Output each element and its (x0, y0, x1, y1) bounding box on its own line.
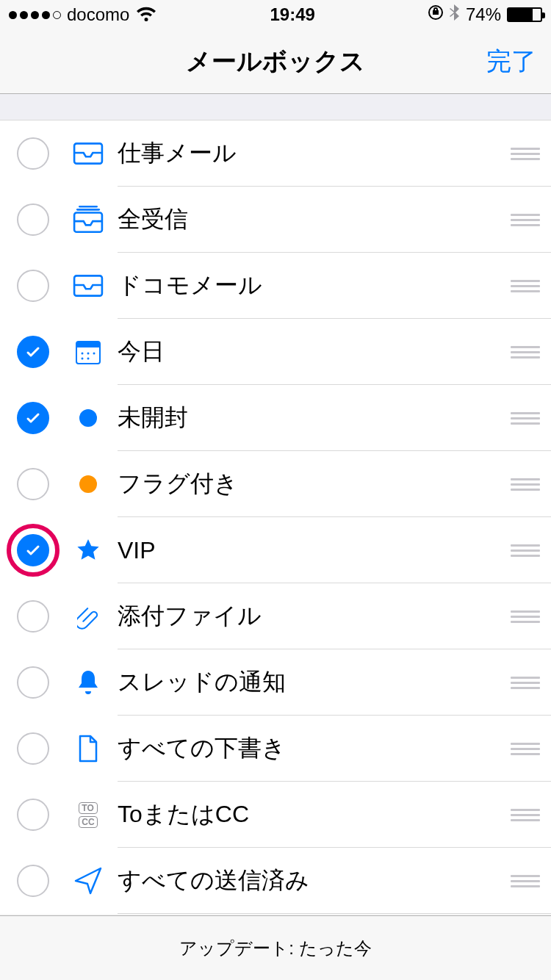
mailbox-row[interactable]: TOCCToまたはCC (0, 782, 551, 848)
mailbox-check-col (0, 402, 66, 434)
drag-handle-icon[interactable] (500, 608, 551, 626)
star-icon (66, 538, 110, 563)
mailbox-label: スレッドの通知 (110, 666, 500, 699)
mailbox-row[interactable]: スレッドの通知 (0, 649, 551, 716)
row-divider (118, 913, 551, 914)
mailbox-label: ToまたはCC (110, 799, 500, 831)
drag-handle-icon[interactable] (500, 872, 551, 890)
battery-icon (507, 7, 542, 22)
orientation-lock-icon (428, 4, 444, 25)
blue-dot-icon (66, 409, 110, 427)
mailbox-checkbox[interactable] (17, 137, 49, 170)
done-button[interactable]: 完了 (486, 45, 536, 79)
mailbox-checkbox[interactable] (17, 468, 49, 500)
orange-dot-icon (66, 475, 110, 493)
mailbox-label: すべての送信済み (110, 865, 500, 897)
mailbox-checkbox[interactable] (17, 270, 49, 302)
mailbox-check-col (0, 865, 66, 897)
mailbox-label: VIP (110, 537, 500, 564)
all-inbox-icon (66, 206, 110, 234)
status-time: 19:49 (270, 4, 314, 25)
status-left: docomo (9, 4, 157, 25)
bell-icon (66, 669, 110, 696)
mailbox-row[interactable]: フラグ付き (0, 451, 551, 517)
signal-dots-icon (9, 11, 61, 19)
mailbox-check-col (0, 468, 66, 500)
mailbox-label: 未開封 (110, 402, 500, 434)
to-cc-icon: TOCC (66, 802, 110, 828)
drag-handle-icon[interactable] (500, 145, 551, 163)
mailbox-label: 仕事メール (110, 137, 500, 170)
mailbox-row[interactable]: 未開封 (0, 385, 551, 451)
mailbox-check-col (0, 799, 66, 831)
mailbox-check-col (0, 732, 66, 765)
mailbox-check-col (0, 666, 66, 699)
mailbox-row[interactable]: 添付ファイル (0, 583, 551, 649)
mailbox-check-col (0, 600, 66, 633)
mailbox-check-col (0, 534, 66, 566)
mailbox-row[interactable]: 全受信 (0, 187, 551, 253)
status-bar: docomo 19:49 74% (0, 0, 551, 29)
mailbox-list: 仕事メール全受信ドコモメール今日未開封フラグ付きVIP添付ファイルスレッドの通知… (0, 120, 551, 914)
mailbox-check-col (0, 270, 66, 302)
mailbox-label: 添付ファイル (110, 600, 500, 633)
mailbox-label: フラグ付き (110, 468, 500, 500)
mailbox-checkbox[interactable] (17, 402, 49, 434)
mailbox-row[interactable]: すべての送信済み (0, 848, 551, 914)
mailbox-check-col (0, 336, 66, 368)
mailbox-label: 今日 (110, 336, 500, 368)
mailbox-checkbox[interactable] (17, 865, 49, 897)
nav-bar: メールボックス 完了 (0, 29, 551, 94)
drag-handle-icon[interactable] (500, 740, 551, 758)
mailbox-checkbox[interactable] (17, 600, 49, 633)
drag-handle-icon[interactable] (500, 806, 551, 824)
wifi-icon (135, 7, 157, 23)
drag-handle-icon[interactable] (500, 277, 551, 295)
mailbox-row[interactable]: すべての下書き (0, 716, 551, 782)
drag-handle-icon[interactable] (500, 343, 551, 361)
section-spacer (0, 94, 551, 120)
mailbox-row[interactable]: ドコモメール (0, 253, 551, 319)
mailbox-row[interactable]: 今日 (0, 319, 551, 385)
paperclip-icon (66, 602, 110, 631)
mailbox-checkbox[interactable] (17, 666, 49, 699)
carrier-label: docomo (67, 4, 129, 25)
drag-handle-icon[interactable] (500, 409, 551, 428)
drag-handle-icon[interactable] (500, 475, 551, 494)
calendar-icon (66, 339, 110, 365)
mailbox-label: 全受信 (110, 203, 500, 236)
status-right: 74% (428, 4, 542, 26)
inbox-icon (66, 142, 110, 165)
footer-bar: アップデート: たった今 (0, 915, 551, 980)
draft-icon (66, 735, 110, 763)
mailbox-checkbox[interactable] (17, 203, 49, 236)
drag-handle-icon[interactable] (500, 541, 551, 560)
highlight-ring-icon (7, 524, 60, 577)
mailbox-checkbox[interactable] (17, 732, 49, 765)
battery-pct-label: 74% (466, 4, 501, 25)
mailbox-checkbox[interactable] (17, 799, 49, 831)
mailbox-label: すべての下書き (110, 732, 500, 765)
page-title: メールボックス (186, 45, 365, 79)
mailbox-check-col (0, 203, 66, 236)
drag-handle-icon[interactable] (500, 674, 551, 692)
mailbox-label: ドコモメール (110, 270, 500, 302)
mailbox-row[interactable]: 仕事メール (0, 120, 551, 187)
inbox-icon (66, 274, 110, 298)
send-icon (66, 867, 110, 895)
drag-handle-icon[interactable] (500, 211, 551, 229)
bluetooth-icon (450, 4, 460, 26)
mailbox-checkbox[interactable] (17, 336, 49, 368)
mailbox-check-col (0, 137, 66, 170)
update-status-label: アップデート: たった今 (179, 937, 371, 960)
mailbox-row[interactable]: VIP (0, 517, 551, 583)
